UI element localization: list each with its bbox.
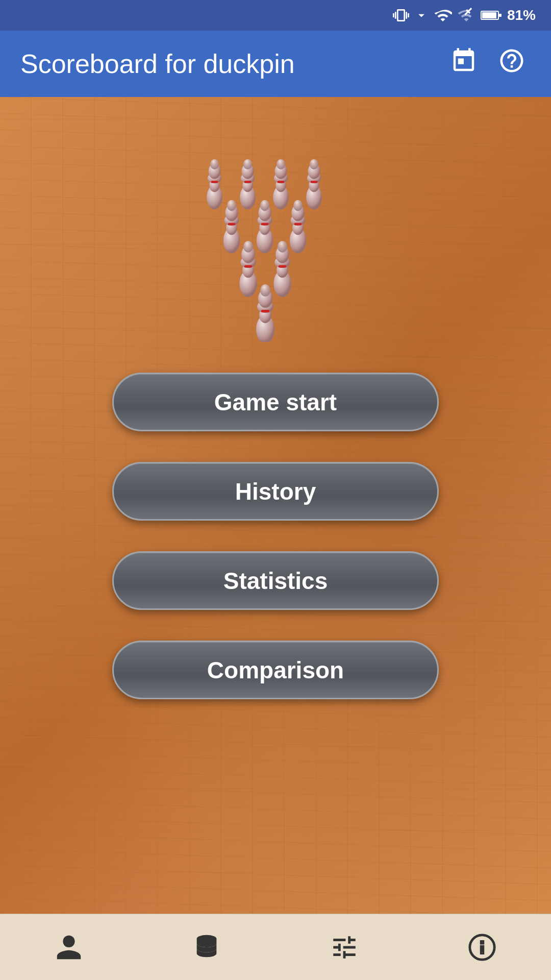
svg-rect-62 xyxy=(261,310,269,312)
pin-row4-4 xyxy=(306,159,322,210)
calendar-button[interactable] xyxy=(445,42,483,86)
app-title: Scoreboard for duckpin xyxy=(20,48,435,79)
svg-rect-8 xyxy=(211,181,218,183)
pin-row3-3 xyxy=(290,200,306,253)
app-bar: Scoreboard for duckpin xyxy=(0,31,551,97)
svg-rect-1 xyxy=(482,12,496,18)
sliders-icon xyxy=(329,933,360,962)
pin-row2-1 xyxy=(239,241,257,297)
pin-row4-1 xyxy=(207,159,222,210)
svg-point-7 xyxy=(210,159,219,169)
svg-point-13 xyxy=(243,159,252,169)
pin-row4-2 xyxy=(240,159,256,210)
svg-point-37 xyxy=(260,200,269,211)
battery-percentage: 81% xyxy=(507,7,536,23)
svg-point-49 xyxy=(243,241,253,253)
signal-bars-icon xyxy=(457,6,475,24)
svg-point-25 xyxy=(310,159,318,169)
comparison-button[interactable]: Comparison xyxy=(112,641,439,699)
svg-rect-66 xyxy=(481,941,484,943)
pin-row1-1 xyxy=(256,284,274,342)
svg-point-31 xyxy=(227,200,236,211)
bottom-nav xyxy=(0,914,551,980)
svg-rect-26 xyxy=(311,181,318,183)
signal-icon xyxy=(414,8,429,22)
svg-rect-56 xyxy=(279,265,286,267)
svg-rect-20 xyxy=(278,181,285,183)
status-icons: 81% xyxy=(393,6,536,24)
battery-icon xyxy=(481,8,502,22)
pin-row2-2 xyxy=(273,241,291,297)
vibrate-icon xyxy=(393,7,409,23)
svg-rect-38 xyxy=(261,223,268,226)
statistics-button[interactable]: Statistics xyxy=(112,551,439,610)
history-button[interactable]: History xyxy=(112,462,439,521)
nav-home[interactable] xyxy=(0,914,138,980)
database-icon xyxy=(192,933,221,962)
help-button[interactable] xyxy=(493,42,531,86)
nav-info[interactable] xyxy=(413,914,551,980)
person-icon xyxy=(54,933,84,962)
svg-point-19 xyxy=(277,159,285,169)
svg-rect-65 xyxy=(481,946,484,952)
nav-data[interactable] xyxy=(138,914,276,980)
bowling-pins xyxy=(168,128,383,342)
nav-settings[interactable] xyxy=(276,914,413,980)
wifi-icon xyxy=(434,6,452,24)
pin-row3-2 xyxy=(257,200,273,253)
pin-row4-3 xyxy=(273,159,289,210)
svg-rect-44 xyxy=(294,223,302,226)
svg-rect-50 xyxy=(244,265,252,267)
svg-point-55 xyxy=(278,241,287,253)
pin-row3-1 xyxy=(223,200,240,253)
main-content: Game start History Statistics Comparison xyxy=(0,97,551,914)
buttons-area: Game start History Statistics Comparison xyxy=(0,373,551,699)
status-bar: 81% xyxy=(0,0,551,31)
svg-point-43 xyxy=(293,200,303,211)
svg-point-61 xyxy=(260,284,270,297)
svg-rect-14 xyxy=(244,181,252,183)
svg-rect-32 xyxy=(228,223,235,226)
game-start-button[interactable]: Game start xyxy=(112,373,439,431)
info-icon xyxy=(467,933,497,962)
svg-rect-2 xyxy=(499,14,502,17)
